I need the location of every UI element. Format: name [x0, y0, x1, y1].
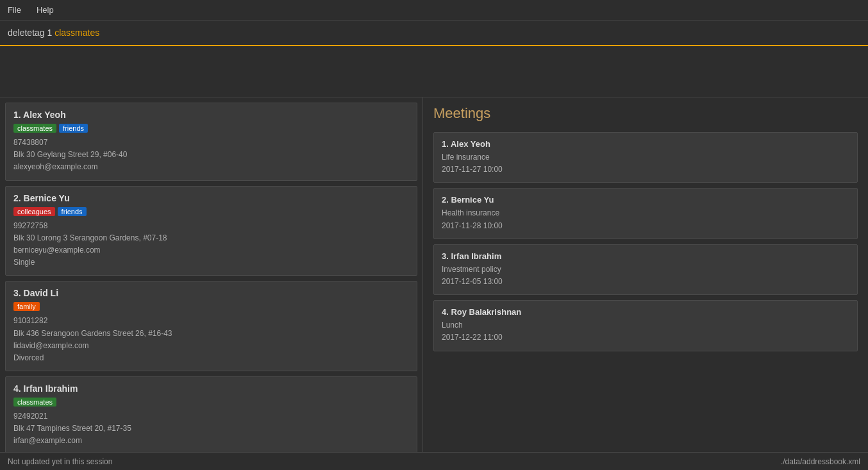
contact-phone: 91031282: [13, 315, 409, 327]
menu-file[interactable]: File: [5, 4, 24, 16]
meeting-card[interactable]: 4. Roy BalakrishnanLunch2017-12-22 11:00: [433, 300, 858, 351]
contact-tags: classmates: [13, 398, 409, 407]
contact-info: 91031282Blk 436 Serangoon Gardens Street…: [13, 315, 409, 364]
contact-address: Blk 30 Geylang Street 29, #06-40: [13, 149, 409, 161]
meeting-name: 1. Alex Yeoh: [442, 139, 849, 149]
meeting-description: Health insurance: [442, 207, 849, 219]
contact-card[interactable]: 3. David Lifamily91031282Blk 436 Serango…: [5, 281, 417, 371]
contact-name: 4. Irfan Ibrahim: [13, 383, 409, 394]
tag-family: family: [13, 302, 40, 311]
meeting-card[interactable]: 2. Bernice YuHealth insurance2017-11-28 …: [433, 188, 858, 239]
command-bar: deletetag 1 classmates: [0, 21, 868, 46]
contact-email: lidavid@example.com: [13, 340, 409, 352]
contact-email: alexyeoh@example.com: [13, 161, 409, 173]
meeting-card[interactable]: 3. Irfan IbrahimInvestment policy2017-12…: [433, 244, 858, 295]
meeting-name: 2. Bernice Yu: [442, 195, 849, 205]
contact-tags: colleaguesfriends: [13, 207, 409, 216]
status-bar: Not updated yet in this session ./data/a…: [0, 452, 868, 470]
meeting-datetime: 2017-11-27 10:00: [442, 164, 849, 176]
contact-info: 99272758Blk 30 Lorong 3 Serangoon Garden…: [13, 220, 409, 269]
meeting-datetime: 2017-12-22 11:00: [442, 332, 849, 344]
contact-phone: 87438807: [13, 137, 409, 149]
meeting-name: 3. Irfan Ibrahim: [442, 251, 849, 261]
command-text: deletetag 1 classmates: [8, 28, 99, 38]
meeting-datetime: 2017-11-28 10:00: [442, 220, 849, 232]
contacts-panel[interactable]: 1. Alex Yeohclassmatesfriends87438807Blk…: [0, 97, 423, 452]
tag-classmates: classmates: [13, 398, 56, 407]
tag-colleagues: colleagues: [13, 207, 55, 216]
command-highlight: classmates: [54, 28, 99, 38]
menu-bar: File Help: [0, 0, 868, 21]
meeting-datetime: 2017-12-05 13:00: [442, 276, 849, 288]
contact-marital-status: Single: [13, 256, 409, 269]
meeting-info: Health insurance2017-11-28 10:00: [442, 207, 849, 231]
meeting-info: Lunch2017-12-22 11:00: [442, 319, 849, 344]
contact-email: irfan@example.com: [13, 435, 409, 447]
meetings-panel[interactable]: Meetings 1. Alex YeohLife insurance2017-…: [423, 97, 868, 452]
contact-tags: classmatesfriends: [13, 124, 409, 133]
contact-marital-status: Divorced: [13, 352, 409, 364]
meeting-description: Lunch: [442, 319, 849, 332]
contact-name: 2. Bernice Yu: [13, 193, 409, 203]
contact-info: 92492021Blk 47 Tampines Street 20, #17-3…: [13, 410, 409, 448]
status-left: Not updated yet in this session: [8, 457, 112, 466]
contact-name: 3. David Li: [13, 288, 409, 298]
meeting-info: Life insurance2017-11-27 10:00: [442, 151, 849, 176]
contact-info: 87438807Blk 30 Geylang Street 29, #06-40…: [13, 137, 409, 174]
menu-help[interactable]: Help: [34, 4, 56, 16]
meeting-name: 4. Roy Balakrishnan: [442, 307, 849, 317]
meeting-info: Investment policy2017-12-05 13:00: [442, 264, 849, 288]
contact-card[interactable]: 2. Bernice Yucolleaguesfriends99272758Bl…: [5, 186, 417, 276]
status-right: ./data/addressbook.xml: [781, 457, 860, 466]
meeting-description: Investment policy: [442, 264, 849, 276]
main-content: 1. Alex Yeohclassmatesfriends87438807Blk…: [0, 97, 868, 452]
tag-friends: friends: [59, 124, 88, 133]
contact-phone: 99272758: [13, 220, 409, 232]
contact-address: Blk 30 Lorong 3 Serangoon Gardens, #07-1…: [13, 232, 409, 244]
contact-card[interactable]: 1. Alex Yeohclassmatesfriends87438807Blk…: [5, 103, 417, 181]
tag-friends: friends: [58, 207, 87, 216]
meetings-title: Meetings: [433, 103, 858, 124]
contact-address: Blk 436 Serangoon Gardens Street 26, #16…: [13, 328, 409, 340]
contact-email: berniceyu@example.com: [13, 244, 409, 256]
contact-address: Blk 47 Tampines Street 20, #17-35: [13, 423, 409, 435]
tag-classmates: classmates: [13, 124, 56, 133]
command-prefix: deletetag 1: [8, 28, 54, 38]
output-area: [0, 46, 868, 97]
meeting-card[interactable]: 1. Alex YeohLife insurance2017-11-27 10:…: [433, 132, 858, 183]
contact-name: 1. Alex Yeoh: [13, 110, 409, 120]
contact-tags: family: [13, 302, 409, 311]
contact-phone: 92492021: [13, 410, 409, 423]
contact-card[interactable]: 4. Irfan Ibrahimclassmates92492021Blk 47…: [5, 376, 417, 452]
meeting-description: Life insurance: [442, 151, 849, 164]
